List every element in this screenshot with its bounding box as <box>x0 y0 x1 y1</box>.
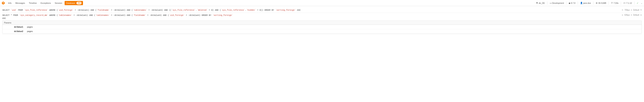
divider <box>566 1 566 4</box>
version-item: ◆ 8.7.8 <box>569 2 575 4</box>
php-value: 7.1.12 <box>626 2 632 4</box>
main-content: SELECT `uid` FROM `sys_file_reference` W… <box>0 6 644 36</box>
divider <box>634 1 634 4</box>
flag-icon: ⚑ <box>536 2 538 4</box>
db-icon-q2: ≡ <box>631 14 632 16</box>
table-row: dcValue1 pages <box>2 25 642 29</box>
time-value: 7.04s <box>614 2 618 4</box>
params-table: dcValue1 pages dcValue2 pages <box>2 25 642 33</box>
connection-q1: Default <box>633 9 639 11</box>
status-bar: ⚑ de_DE ▭ Development ◆ 8.7.8 👤 jane.doe… <box>536 1 642 4</box>
divider <box>578 1 578 4</box>
query-text-2: SELECT * FROM `sys_category_record_mm` W… <box>2 14 642 20</box>
code-icon: </> <box>623 2 626 4</box>
user-item: 👤 jane.doe <box>580 2 591 4</box>
environment-value: Development <box>552 2 564 4</box>
params-section: Params dcValue1 pages dcValue2 pages <box>2 21 642 34</box>
duration-q2: 636μs <box>624 14 630 16</box>
query-text-1: SELECT `uid` FROM `sys_file_reference` W… <box>2 9 642 12</box>
divider <box>547 1 548 4</box>
clock-icon-q2: ⊙ <box>622 14 623 16</box>
divider <box>593 1 594 4</box>
params-header: Params <box>2 21 642 25</box>
checkmark-icon: ✓ <box>637 2 638 4</box>
gear-icon: ⚙ <box>596 2 598 4</box>
divider <box>608 1 609 4</box>
clock-icon: ⏱ <box>611 2 613 4</box>
database-badge: 153 <box>76 2 82 4</box>
query-block-1: SELECT `uid` FROM `sys_file_reference` W… <box>2 8 642 13</box>
clock-icon-q1: ⊙ <box>622 9 623 11</box>
time-item: ⏱ 7.04s <box>611 2 618 4</box>
typo3-logo <box>2 1 5 5</box>
tab-database[interactable]: Database 153 <box>64 1 83 5</box>
query-meta-2: ⊙ 636μs ≡ Default ⧉ <box>622 14 642 16</box>
duration-q1: 708μs <box>624 9 630 11</box>
locale-value: de_DE <box>538 2 545 4</box>
user-icon: 👤 <box>580 2 583 4</box>
tab-timeline[interactable]: Timeline <box>28 1 38 5</box>
tab-info[interactable]: Info <box>6 1 13 5</box>
locale-item: ⚑ de_DE <box>536 2 545 4</box>
environment-item: ▭ Development <box>550 2 564 4</box>
param-value-2: pages <box>26 29 642 34</box>
copy-icon-q1[interactable]: ⧉ <box>640 9 642 11</box>
param-value-1: pages <box>26 25 642 29</box>
table-row: dcValue2 pages <box>2 29 642 34</box>
query-block-2: SELECT * FROM `sys_category_record_mm` W… <box>2 13 642 35</box>
param-key-1: dcValue1 <box>2 25 26 29</box>
memory-item: ⚙ 36.51MB <box>596 2 606 4</box>
db-icon-q1: ≡ <box>631 9 632 11</box>
top-navigation: Info Messages Timeline Exceptions Sessio… <box>0 0 644 6</box>
tab-exceptions[interactable]: Exceptions <box>39 1 52 5</box>
copy-icon-q2[interactable]: ⧉ <box>640 14 642 16</box>
tab-messages[interactable]: Messages <box>14 1 26 5</box>
connection-q2: Default <box>633 14 639 16</box>
memory-value: 36.51MB <box>598 2 606 4</box>
divider <box>621 1 621 4</box>
expand-icon[interactable]: ⌄ <box>641 2 642 4</box>
php-item: </> 7.1.12 <box>623 2 632 4</box>
version-value: 8.7.8 <box>571 2 575 4</box>
param-key-2: dcValue2 <box>2 29 26 34</box>
tab-session[interactable]: Session <box>53 1 64 5</box>
monitor-icon: ▭ <box>550 2 552 4</box>
nav-left: Info Messages Timeline Exceptions Sessio… <box>2 1 83 5</box>
user-value: jane.doe <box>583 2 591 4</box>
query-meta-1: ⊙ 708μs ≡ Default ⧉ <box>622 9 642 11</box>
tag-icon: ◆ <box>569 2 570 4</box>
